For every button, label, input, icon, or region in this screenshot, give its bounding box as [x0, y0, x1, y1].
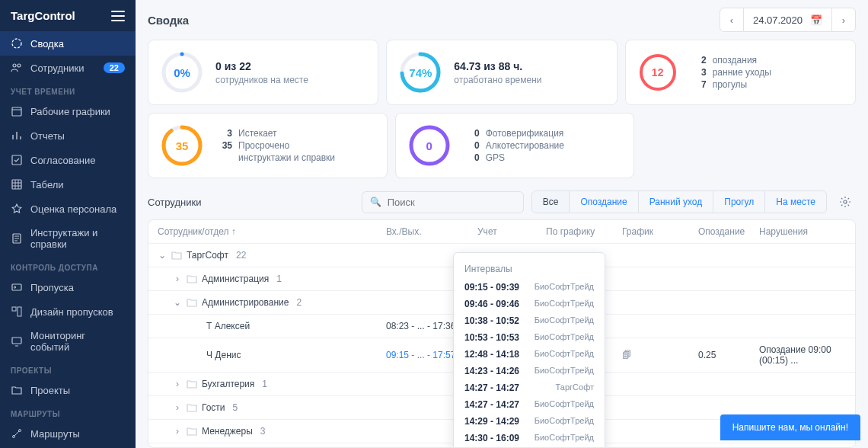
- card-violations: 12 2опоздания 3ранние уходы 7прогулы: [625, 40, 856, 105]
- search-input[interactable]: [388, 197, 515, 208]
- table-title: Сотрудники: [148, 197, 201, 208]
- date-prev-button[interactable]: ‹: [720, 8, 744, 32]
- svg-point-22: [844, 200, 847, 203]
- schedule-icon: 🗐: [622, 350, 631, 360]
- popup-interval-row: 14:27 - 14:27ТаргСофт: [454, 379, 605, 396]
- folder-icon: [187, 402, 197, 413]
- sidebar-item-monitoring[interactable]: Мониторинг событий: [0, 324, 136, 359]
- chat-widget[interactable]: Напишите нам, мы онлайн!: [720, 414, 860, 440]
- filter-absent[interactable]: Прогул: [713, 191, 765, 213]
- calendar-icon: 📅: [810, 14, 822, 26]
- svg-rect-9: [12, 307, 16, 311]
- col-violations[interactable]: Нарушения: [759, 226, 846, 237]
- menu-toggle-icon[interactable]: [111, 11, 125, 21]
- popup-interval-row: 14:23 - 14:26БиоСофтТрейд: [454, 363, 605, 379]
- expand-toggle-icon[interactable]: ›: [173, 379, 182, 389]
- employees-badge: 22: [104, 62, 125, 73]
- main: Сводка ‹ 24.07.2020 📅 › 0% 0 из 22 сотру…: [136, 0, 868, 448]
- sidebar-section-projects: ПРОЕКТЫ: [0, 359, 136, 378]
- svg-point-2: [18, 64, 21, 67]
- document-icon: [11, 232, 23, 245]
- checks-ring: 0: [408, 124, 451, 167]
- filter-tabs: Все Опоздание Ранний уход Прогул На мест…: [531, 190, 827, 213]
- on-site-ring: 0%: [161, 51, 203, 94]
- sidebar-section-access: КОНТРОЛЬ ДОСТУПА: [0, 256, 136, 275]
- date-picker: ‹ 24.07.2020 📅 ›: [720, 8, 856, 32]
- popup-interval-row: 12:48 - 14:18БиоСофтТрейд: [454, 346, 605, 363]
- sidebar-item-approval[interactable]: Согласование: [0, 148, 136, 172]
- popup-interval-row: 10:53 - 10:53БиоСофтТрейд: [454, 329, 605, 346]
- popup-interval-row: 09:46 - 09:46БиоСофтТрейд: [454, 296, 605, 312]
- col-in-out[interactable]: Вх./Вых.: [386, 226, 477, 237]
- search-icon: 🔍: [370, 197, 381, 207]
- folder-icon: [187, 274, 197, 284]
- filter-early[interactable]: Ранний уход: [639, 191, 714, 213]
- expand-toggle-icon[interactable]: ›: [173, 402, 182, 413]
- sidebar-item-employees[interactable]: Сотрудники 22: [0, 56, 136, 80]
- sidebar: TargControl Сводка Сотрудники 22 УЧЕТ ВР…: [0, 0, 136, 448]
- id-icon: [11, 281, 23, 293]
- col-actual[interactable]: Учет: [477, 226, 546, 237]
- layout-icon: [11, 306, 23, 318]
- col-shift[interactable]: График: [622, 226, 698, 237]
- chart-icon: [11, 130, 23, 142]
- sidebar-section-time: УЧЕТ ВРЕМЕНИ: [0, 80, 136, 99]
- expand-toggle-icon[interactable]: ›: [173, 426, 182, 437]
- calendar-icon: [11, 105, 23, 117]
- sidebar-item-schedules[interactable]: Рабочие графики: [0, 99, 136, 123]
- popup-interval-row: 14:30 - 16:09БиоСофтТрейд: [454, 430, 605, 446]
- folder-icon: [11, 384, 23, 396]
- filter-all[interactable]: Все: [532, 191, 570, 213]
- expiring-ring: 35: [161, 124, 203, 167]
- card-checks: 0 0Фотоверификация 0Алкотестирование 0GP…: [395, 113, 635, 178]
- col-employee[interactable]: Сотрудник/отдел ↑: [158, 226, 386, 237]
- worked-ring: 74%: [399, 51, 442, 94]
- sidebar-item-assessment[interactable]: Оценка персонала: [0, 197, 136, 221]
- popup-title: Интервалы: [454, 259, 605, 279]
- folder-icon: [187, 297, 197, 308]
- svg-point-18: [641, 56, 675, 89]
- expand-toggle-icon[interactable]: ⌄: [158, 250, 167, 261]
- sidebar-item-timesheets[interactable]: Табели: [0, 172, 136, 197]
- filter-onsite[interactable]: На месте: [765, 191, 826, 213]
- folder-icon: [187, 426, 197, 437]
- table-settings-button[interactable]: [834, 191, 856, 213]
- svg-rect-3: [12, 107, 21, 116]
- card-expiring: 35 3Истекает 35Просрочено инструктажи и …: [148, 113, 388, 178]
- expand-toggle-icon[interactable]: ›: [173, 274, 182, 284]
- filter-late[interactable]: Опоздание: [570, 191, 638, 213]
- svg-point-8: [14, 286, 15, 288]
- sidebar-item-reports[interactable]: Отчеты: [0, 123, 136, 148]
- dashboard-icon: [11, 37, 23, 50]
- date-next-button[interactable]: ›: [831, 8, 856, 32]
- svg-point-1: [13, 64, 16, 67]
- col-schedule[interactable]: По графику: [546, 226, 622, 237]
- popup-interval-row: 09:15 - 09:39БиоСофтТрейд: [454, 279, 605, 296]
- sidebar-item-pass-design[interactable]: Дизайн пропусков: [0, 299, 136, 324]
- sidebar-item-projects[interactable]: Проекты: [0, 378, 136, 402]
- svg-rect-11: [12, 338, 21, 344]
- sidebar-item-passes[interactable]: Пропуска: [0, 275, 136, 299]
- svg-rect-7: [12, 284, 21, 290]
- expand-toggle-icon[interactable]: ⌄: [173, 297, 182, 308]
- route-icon: [11, 427, 23, 440]
- date-display[interactable]: 24.07.2020 📅: [744, 8, 831, 32]
- employee-table: Сотрудник/отдел ↑ Вх./Вых. Учет По графи…: [148, 219, 856, 448]
- sidebar-item-routes[interactable]: Маршруты: [0, 421, 136, 446]
- popup-interval-row: 14:29 - 14:29БиоСофтТрейд: [454, 413, 605, 430]
- violations-ring: 12: [638, 53, 678, 92]
- popup-interval-row: 14:27 - 14:27БиоСофтТрейд: [454, 396, 605, 413]
- sidebar-item-summary[interactable]: Сводка: [0, 31, 136, 56]
- svg-rect-4: [12, 155, 21, 165]
- svg-rect-5: [12, 180, 21, 189]
- svg-rect-10: [18, 307, 21, 316]
- star-icon: [11, 203, 23, 215]
- sidebar-item-briefings[interactable]: Инструктажи и справки: [0, 221, 136, 256]
- search-box[interactable]: 🔍: [362, 191, 524, 213]
- col-late[interactable]: Опоздание: [698, 226, 759, 237]
- folder-icon: [187, 379, 197, 389]
- app-logo: TargControl: [11, 9, 75, 22]
- page-title: Сводка: [148, 14, 189, 27]
- svg-point-20: [164, 127, 200, 164]
- monitor-icon: [11, 335, 23, 347]
